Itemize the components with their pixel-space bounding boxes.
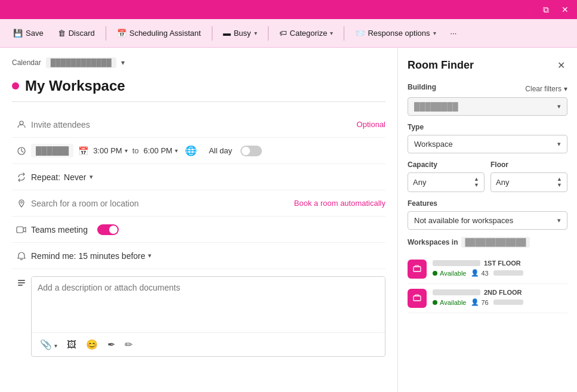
building-dropdown[interactable]: ████████ ▾	[408, 97, 567, 116]
capacity-badge-1: 👤 43	[471, 269, 488, 277]
attendees-input[interactable]	[31, 120, 357, 129]
teams-content: Teams meeting	[31, 224, 385, 235]
restore-button[interactable]: ⧉	[539, 2, 553, 17]
description-row: 📎 ▾ 🖼 😊 ✒ ✏	[12, 269, 385, 363]
features-label: Features	[408, 199, 567, 208]
building-label: Building	[408, 83, 436, 91]
floor-value: Any	[496, 178, 509, 187]
datetime-row: ██████ 📅 3:00 PM ▾ to 6:00 PM ▾ 🌐 All da…	[12, 138, 385, 164]
svg-rect-4	[18, 280, 25, 281]
signature-button[interactable]: ✒	[105, 338, 118, 351]
capacity-spinner[interactable]: Any ▲ ▼	[408, 172, 485, 192]
floor-up-icon[interactable]: ▲	[557, 177, 562, 182]
workspace-details-1: Available 👤 43	[433, 269, 567, 277]
workspace-name-1	[433, 260, 480, 266]
workspace-name-row-1: 1ST FLOOR	[433, 260, 567, 267]
save-button[interactable]: 💾 Save	[7, 25, 50, 41]
desc-toolbar: 📎 ▾ 🖼 😊 ✒ ✏	[32, 332, 385, 356]
main-layout: Calendar ████████████ ▾ My Workspace Opt…	[0, 48, 577, 392]
event-color-dot	[12, 82, 19, 89]
allday-toggle[interactable]	[240, 146, 262, 156]
emoji-button[interactable]: 😊	[84, 338, 100, 351]
attach-chevron-icon: ▾	[54, 342, 57, 349]
clock-icon	[12, 146, 31, 156]
event-title[interactable]: My Workspace	[25, 78, 125, 94]
location-content: Book a room automatically	[31, 199, 385, 208]
attendees-icon	[12, 120, 31, 129]
available-badge-2: Available	[433, 299, 466, 306]
workspaces-header: Workspaces in ████████████	[408, 237, 567, 248]
repeat-icon	[12, 172, 31, 182]
type-chevron-icon: ▾	[557, 140, 561, 148]
repeat-label: Repeat:	[31, 172, 60, 182]
room-finder-panel: Room Finder ✕ Building Clear filters ▾ █…	[398, 48, 577, 392]
floor-spinner[interactable]: Any ▲ ▼	[490, 172, 567, 192]
capacity-col: Capacity Any ▲ ▼	[408, 160, 485, 192]
date-display: ██████	[31, 144, 73, 158]
location-input[interactable]	[31, 199, 294, 208]
left-pane: Calendar ████████████ ▾ My Workspace Opt…	[0, 48, 398, 392]
svg-point-0	[20, 121, 23, 125]
workspace-item-1[interactable]: 1ST FLOOR Available 👤 43	[408, 255, 567, 284]
repeat-row: Repeat: Never ▾	[12, 164, 385, 190]
workspace-floor-2: 2ND FLOOR	[484, 289, 522, 296]
categorize-button[interactable]: 🏷 Categorize ▾	[273, 25, 340, 41]
workspace-item-2[interactable]: 2ND FLOOR Available 👤 76	[408, 284, 567, 313]
calendar-chevron-icon[interactable]: ▾	[121, 58, 125, 67]
save-icon: 💾	[13, 29, 23, 38]
teams-row: Teams meeting	[12, 217, 385, 243]
more-button[interactable]: ···	[445, 25, 463, 41]
workspace-name-2	[433, 289, 480, 295]
attach-button[interactable]: 📎 ▾	[38, 338, 60, 351]
allday-toggle-track	[240, 146, 262, 156]
floor-down-icon[interactable]: ▼	[557, 183, 562, 188]
start-time-chevron-icon[interactable]: ▾	[125, 147, 128, 154]
clear-filters-chevron-icon: ▾	[564, 85, 567, 93]
floor-label: Floor	[490, 160, 567, 169]
building-chevron-icon: ▾	[557, 103, 561, 110]
reminder-row: Remind me: 15 minutes before ▾	[12, 243, 385, 269]
response-icon: 📨	[355, 29, 365, 38]
repeat-chevron-icon[interactable]: ▾	[90, 173, 93, 181]
remind-chevron-icon[interactable]: ▾	[148, 252, 152, 260]
separator4	[344, 26, 344, 41]
room-finder-title: Room Finder	[408, 59, 474, 72]
type-dropdown[interactable]: Workspace ▾	[408, 135, 567, 153]
location-icon	[12, 199, 31, 208]
book-room-link[interactable]: Book a room automatically	[294, 199, 385, 208]
description-textarea[interactable]	[32, 277, 385, 331]
workspace-floor-1: 1ST FLOOR	[484, 260, 521, 267]
repeat-content: Repeat: Never ▾	[31, 172, 385, 182]
separator2	[212, 26, 212, 41]
title-bar: ⧉ ✕	[0, 0, 577, 19]
end-time[interactable]: 6:00 PM ▾	[144, 146, 178, 155]
close-button[interactable]: ✕	[558, 2, 572, 17]
teams-toggle-thumb	[109, 226, 118, 234]
capacity-up-icon[interactable]: ▲	[474, 177, 479, 182]
busy-button[interactable]: ▬ Busy ▾	[217, 25, 263, 41]
workspace-info-2: 2ND FLOOR Available 👤 76	[433, 289, 567, 306]
teams-toggle[interactable]	[97, 224, 119, 235]
features-dropdown[interactable]: Not available for workspaces ▾	[408, 211, 567, 230]
draw-button[interactable]: ✏	[122, 338, 135, 351]
remind-row: Remind me: 15 minutes before ▾	[31, 251, 152, 261]
datetime-content: ██████ 📅 3:00 PM ▾ to 6:00 PM ▾ 🌐 All da…	[31, 144, 385, 158]
available-badge-1: Available	[433, 270, 466, 277]
repeat-value: Never	[64, 172, 86, 182]
extra-info-1	[493, 270, 523, 276]
calendar-picker-icon[interactable]: 📅	[78, 146, 88, 156]
features-value: Not available for workspaces	[414, 216, 557, 225]
capacity-down-icon[interactable]: ▼	[474, 183, 479, 188]
end-time-chevron-icon[interactable]: ▾	[175, 147, 178, 154]
workspace-name-row-2: 2ND FLOOR	[433, 289, 567, 296]
image-button[interactable]: 🖼	[64, 338, 79, 351]
scheduling-assistant-button[interactable]: 📅 Scheduling Assistant	[111, 25, 207, 41]
workspaces-in-value: ████████████	[461, 237, 529, 248]
building-value: ████████	[414, 102, 557, 111]
clear-filters-button[interactable]: Clear filters ▾	[525, 85, 567, 93]
discard-button[interactable]: 🗑 Discard	[52, 25, 101, 41]
start-time[interactable]: 3:00 PM ▾	[93, 146, 127, 155]
svg-rect-8	[414, 296, 421, 301]
response-options-button[interactable]: 📨 Response options ▾	[349, 25, 442, 41]
room-finder-close-button[interactable]: ✕	[555, 57, 567, 73]
